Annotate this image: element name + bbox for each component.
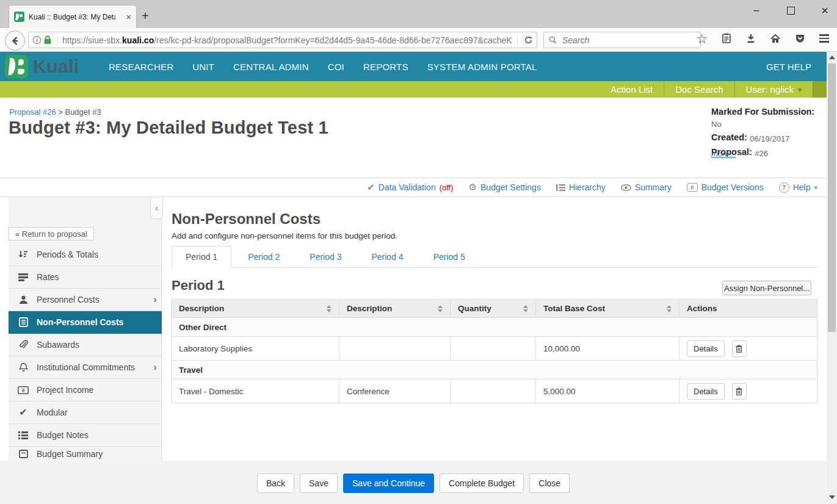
banknote-icon: 0 xyxy=(17,386,29,394)
more-link[interactable]: more... xyxy=(711,149,736,159)
col-header-actions: Actions xyxy=(679,300,817,318)
sidebar-item-personnel-costs[interactable]: Personnel Costs › xyxy=(9,289,162,311)
data-validation-link[interactable]: ✔ Data Validation (off) xyxy=(367,182,453,193)
group-row-travel: Travel xyxy=(172,361,817,380)
tab-close-icon[interactable]: × xyxy=(126,12,131,22)
sort-icon[interactable] xyxy=(667,305,672,312)
sidebar-item-modular[interactable]: ✔ Modular xyxy=(9,401,162,424)
nav-item-researcher[interactable]: RESEARCHER xyxy=(109,62,173,72)
delete-button[interactable] xyxy=(732,383,747,400)
window-minimize-button[interactable]: – xyxy=(748,4,765,17)
tab-period-2[interactable]: Period 2 xyxy=(234,246,293,267)
cell-quantity xyxy=(451,380,536,403)
nav-item-coi[interactable]: COI xyxy=(328,62,344,72)
browser-tab[interactable]: Kuali :: Budget #3: My Detail × xyxy=(9,5,137,28)
tab-period-5[interactable]: Period 5 xyxy=(420,246,479,267)
doc-search-link[interactable]: Doc Search xyxy=(664,81,734,98)
hierarchy-link[interactable]: Hierarchy xyxy=(556,182,606,192)
check-icon: ✔ xyxy=(367,182,375,193)
summary-link[interactable]: Summary xyxy=(621,182,672,192)
close-button[interactable]: Close xyxy=(529,473,570,493)
help-menu[interactable]: ? Help ▾ xyxy=(779,182,817,193)
col-header-description-1[interactable]: Description xyxy=(172,300,339,318)
breadcrumb-proposal-link[interactable]: Proposal #26 xyxy=(9,107,56,117)
budget-settings-link[interactable]: ⚙ Budget Settings xyxy=(469,182,541,193)
cell-actions: Details xyxy=(679,380,817,403)
menu-hamburger-icon[interactable] xyxy=(816,31,832,46)
scrollbar-thumb[interactable] xyxy=(828,63,836,332)
sort-icon[interactable] xyxy=(438,305,443,312)
pocket-icon[interactable] xyxy=(792,31,808,46)
sidebar-item-subawards[interactable]: Subawards xyxy=(9,334,162,356)
breadcrumb: Proposal #26 > Budget #3 xyxy=(9,107,101,117)
tab-period-1[interactable]: Period 1 xyxy=(172,246,231,268)
return-to-proposal-button[interactable]: « Return to proposal xyxy=(9,227,94,240)
kuali-favicon-icon xyxy=(14,12,24,22)
sidebar-item-budget-summary[interactable]: Budget Summary xyxy=(9,447,162,461)
page-section-subtitle: Add and configure non-personnel items fo… xyxy=(172,231,397,240)
kuali-logo-icon[interactable] xyxy=(5,55,28,78)
save-button[interactable]: Save xyxy=(300,473,338,493)
sidebar-item-budget-notes[interactable]: Budget Notes xyxy=(9,424,162,447)
new-tab-button[interactable]: + xyxy=(142,10,149,22)
get-help-link[interactable]: GET HELP xyxy=(766,52,811,81)
save-and-continue-button[interactable]: Save and Continue xyxy=(343,473,434,493)
tab-period-4[interactable]: Period 4 xyxy=(358,246,416,267)
nav-item-reports[interactable]: REPORTS xyxy=(363,62,408,72)
url-bar[interactable]: https://siue-sbx.kuali.co/res/kc-pd-krad… xyxy=(28,32,537,48)
user-menu[interactable]: User: nglick▾ xyxy=(734,81,813,98)
budget-versions-link[interactable]: 0 Budget Versions xyxy=(687,182,764,192)
action-list-link[interactable]: Action List xyxy=(600,81,664,98)
data-validation-label: Data Validation xyxy=(379,182,436,192)
gear-icon: ⚙ xyxy=(469,182,477,193)
reload-icon[interactable] xyxy=(522,32,534,48)
sidebar-item-institutional-commitments[interactable]: Institutional Commitments › xyxy=(9,356,162,379)
site-info-icon[interactable] xyxy=(31,32,42,48)
details-button[interactable]: Details xyxy=(687,340,725,357)
table-row-travel-domestic: Travel - Domestic Conference 5,000.00 De… xyxy=(172,380,817,403)
home-icon[interactable] xyxy=(767,31,783,46)
col-header-total-base-cost[interactable]: Total Base Cost xyxy=(536,300,679,318)
tab-period-3[interactable]: Period 3 xyxy=(296,246,355,267)
reading-list-icon[interactable] xyxy=(719,31,734,46)
scrollbar-up-arrow[interactable] xyxy=(829,56,835,59)
data-validation-off-badge: (off) xyxy=(440,183,454,192)
details-button[interactable]: Details xyxy=(687,383,725,400)
downloads-icon[interactable] xyxy=(743,31,759,46)
sidebar-item-non-personnel-costs[interactable]: Non-Personnel Costs xyxy=(9,311,162,334)
col-header-quantity[interactable]: Quantity xyxy=(451,300,536,318)
col-header-description-2[interactable]: Description xyxy=(339,300,451,318)
search-input[interactable] xyxy=(561,35,686,46)
search-bar[interactable] xyxy=(543,32,701,48)
scrollbar-down-arrow[interactable] xyxy=(829,495,835,499)
browser-action-icons: ☆ xyxy=(694,31,837,46)
sidebar-item-periods-totals[interactable]: Periods & Totals xyxy=(9,243,162,266)
assign-non-personnel-button[interactable]: Assign Non-Personnel... xyxy=(722,281,811,295)
page-section-title: Non-Personnel Costs xyxy=(172,211,321,228)
sort-icon[interactable] xyxy=(327,305,332,312)
utility-bar-end-button[interactable] xyxy=(813,81,827,98)
sidebar-item-project-income[interactable]: 0 Project Income xyxy=(9,379,162,401)
meta-label-created: Created: xyxy=(711,132,747,142)
complete-budget-button[interactable]: Complete Budget xyxy=(440,473,524,493)
tab-title: Kuali :: Budget #3: My Detail xyxy=(29,13,115,21)
https-lock-icon[interactable] xyxy=(42,32,53,48)
kuali-brand-text[interactable]: Kuali xyxy=(33,56,79,77)
versions-icon: 0 xyxy=(687,183,698,192)
nav-item-unit[interactable]: UNIT xyxy=(192,62,214,72)
meta-value-marked: No xyxy=(711,120,722,129)
bookmark-star-icon[interactable]: ☆ xyxy=(694,31,710,46)
window-close-button[interactable]: × xyxy=(816,4,833,17)
url-text[interactable]: https://siue-sbx.kuali.co/res/kc-pd-krad… xyxy=(62,35,513,45)
nav-item-system-admin-portal[interactable]: SYSTEM ADMIN PORTAL xyxy=(427,62,537,72)
bell-icon xyxy=(17,362,29,372)
window-maximize-button[interactable] xyxy=(782,4,799,17)
budget-settings-label: Budget Settings xyxy=(480,182,541,192)
sidebar-item-rates[interactable]: Rates xyxy=(9,266,162,289)
back-button-footer[interactable]: Back xyxy=(257,473,294,493)
nav-item-central-admin[interactable]: CENTRAL ADMIN xyxy=(233,62,309,72)
sidebar-collapse-button[interactable]: ‹ xyxy=(150,197,163,219)
delete-button[interactable] xyxy=(732,340,747,357)
back-button[interactable] xyxy=(5,31,25,51)
sort-icon[interactable] xyxy=(523,305,528,312)
